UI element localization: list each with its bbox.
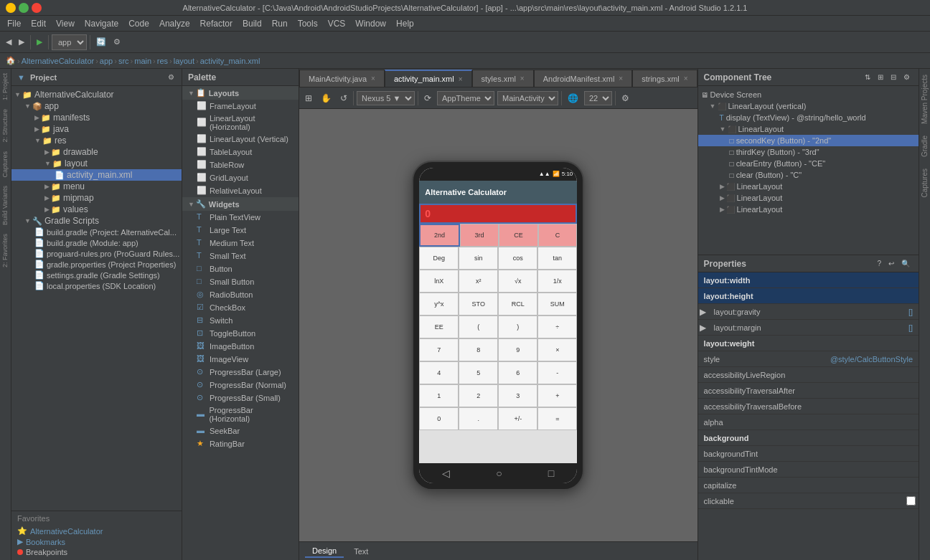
- maximize-button[interactable]: [19, 3, 29, 13]
- tree-activity-main[interactable]: 📄 activity_main.xml: [11, 169, 182, 181]
- api-dropdown[interactable]: 22: [584, 91, 612, 105]
- calc-btn-c[interactable]: C: [538, 224, 578, 247]
- menu-build[interactable]: Build: [238, 17, 266, 30]
- tab-mainactivity[interactable]: MainActivity.java ×: [299, 70, 385, 87]
- palette-medium-text[interactable]: T Medium Text: [182, 237, 299, 250]
- tab-styles[interactable]: styles.xml ×: [472, 70, 534, 87]
- prop-clickable-checkbox[interactable]: [906, 496, 916, 506]
- prop-accessibility-live[interactable]: accessibilityLiveRegion: [698, 367, 919, 383]
- palette-togglebutton[interactable]: ⊡ ToggleButton: [182, 327, 299, 340]
- prop-gravity-expand[interactable]: ▶: [698, 307, 708, 317]
- palette-widgets-header[interactable]: ▼ 🔧 Widgets: [182, 197, 299, 211]
- prop-layout-weight[interactable]: layout:weight: [698, 336, 919, 351]
- dt-pan[interactable]: ✋: [318, 92, 334, 105]
- menu-tools[interactable]: Tools: [293, 17, 322, 30]
- tab-activity-main[interactable]: activity_main.xml ×: [385, 70, 472, 87]
- nav-home[interactable]: ○: [496, 468, 502, 479]
- calc-btn-5[interactable]: 5: [459, 361, 498, 384]
- palette-linearlayout-h[interactable]: ⬜ LinearLayout (Horizontal): [182, 113, 299, 133]
- tab-design[interactable]: Design: [305, 545, 344, 558]
- tree-build-gradle-mod[interactable]: 📄 build.gradle (Module: app): [11, 237, 182, 248]
- palette-tablerow[interactable]: ⬜ TableRow: [182, 158, 299, 171]
- project-tab[interactable]: 1: Project: [0, 69, 11, 105]
- project-dropdown[interactable]: ▼: [17, 73, 25, 82]
- prop-clickable[interactable]: clickable: [698, 493, 919, 509]
- calc-btn-sto[interactable]: STO: [459, 293, 498, 315]
- calc-btn-2[interactable]: 2: [459, 384, 498, 407]
- calc-btn-2nd[interactable]: 2nd: [419, 224, 460, 247]
- calc-btn-add[interactable]: +: [537, 384, 577, 407]
- calc-btn-x2[interactable]: x²: [459, 270, 498, 293]
- close-button[interactable]: [32, 3, 42, 13]
- breadcrumb-app[interactable]: app: [100, 57, 113, 65]
- menu-refactor[interactable]: Refactor: [196, 17, 237, 30]
- palette-button[interactable]: □ Button: [182, 262, 299, 275]
- calc-btn-9[interactable]: 9: [498, 338, 537, 361]
- prop-alpha[interactable]: alpha: [698, 414, 919, 430]
- tree-res[interactable]: ▼ 📁 res: [11, 135, 182, 146]
- breadcrumb-file[interactable]: activity_main.xml: [200, 57, 260, 65]
- calc-btn-deg[interactable]: Deg: [419, 247, 459, 270]
- calc-btn-1[interactable]: 1: [419, 384, 459, 407]
- tree-gradle-properties[interactable]: 📄 gradle.properties (Project Properties): [11, 259, 182, 270]
- dt-rotate[interactable]: ⟳: [421, 92, 434, 105]
- menu-window[interactable]: Window: [351, 17, 390, 30]
- palette-layouts-header[interactable]: ▼ 📋 Layouts: [182, 86, 299, 100]
- palette-radiobutton[interactable]: ◎ RadioButton: [182, 288, 299, 301]
- prop-background[interactable]: background: [698, 430, 919, 446]
- calc-btn-yx[interactable]: y^x: [419, 293, 459, 315]
- prop-layout-gravity[interactable]: ▶ layout:gravity []: [698, 304, 919, 320]
- tree-proguard[interactable]: 📄 proguard-rules.pro (ProGuard Rules...: [11, 248, 182, 259]
- toolbar-sync[interactable]: 🔄: [93, 34, 109, 50]
- calc-btn-lparen[interactable]: (: [459, 315, 498, 338]
- menu-analyze[interactable]: Analyze: [155, 17, 194, 30]
- tree-build-gradle-proj[interactable]: 📄 build.gradle (Project: AlternativeCal.…: [11, 227, 182, 237]
- prop-backgroundtint[interactable]: backgroundTint: [698, 446, 919, 462]
- tree-drawable[interactable]: ▶ 📁 drawable: [11, 146, 182, 158]
- palette-imagebutton[interactable]: 🖼 ImageButton: [182, 340, 299, 353]
- calc-btn-dot[interactable]: .: [459, 407, 498, 430]
- calc-btn-3[interactable]: 3: [498, 384, 537, 407]
- breadcrumb-res[interactable]: res: [157, 57, 168, 65]
- palette-large-text[interactable]: T Large Text: [182, 224, 299, 237]
- calc-btn-tan[interactable]: tan: [537, 247, 577, 270]
- tab-strings[interactable]: strings.xml ×: [632, 70, 697, 87]
- prop-margin-expand[interactable]: ▶: [698, 323, 708, 333]
- calc-btn-sum[interactable]: SUM: [537, 293, 577, 315]
- tree-root[interactable]: ▼ 📁 AlternativeCalculator: [11, 89, 182, 100]
- activity-dropdown[interactable]: MainActivity: [497, 91, 558, 105]
- ct-display-textview[interactable]: T display (TextView) - @string/hello_wor…: [698, 112, 919, 123]
- palette-progressbar-large[interactable]: ⊙ ProgressBar (Large): [182, 366, 299, 379]
- toolbar-forward[interactable]: ▶: [16, 34, 27, 50]
- calc-btn-ce[interactable]: CE: [499, 224, 538, 247]
- tree-mipmap[interactable]: ▶ 📁 mipmap: [11, 192, 182, 204]
- tree-app[interactable]: ▼ 📦 app: [11, 100, 182, 112]
- palette-relativelayout[interactable]: ⬜ RelativeLayout: [182, 184, 299, 197]
- captures-tab[interactable]: Captures: [0, 147, 11, 182]
- breadcrumb-project[interactable]: AlternativeCalculator: [22, 57, 95, 65]
- menu-run[interactable]: Run: [268, 17, 292, 30]
- calc-btn-sin[interactable]: sin: [459, 247, 498, 270]
- props-help-btn[interactable]: ?: [874, 256, 884, 272]
- palette-linearlayout-v[interactable]: ⬜ LinearLayout (Vertical): [182, 133, 299, 146]
- app-dropdown[interactable]: app: [52, 34, 87, 50]
- prop-layout-height[interactable]: layout:height: [698, 288, 919, 304]
- menu-navigate[interactable]: Navigate: [80, 17, 123, 30]
- ct-linearlayout-5[interactable]: ▶ ⬛ LinearLayout: [698, 204, 919, 215]
- tree-java[interactable]: ▶ 📁 java: [11, 123, 182, 135]
- palette-plain-textview[interactable]: T Plain TextView: [182, 211, 299, 224]
- breadcrumb-main[interactable]: main: [134, 57, 151, 65]
- menu-code[interactable]: Code: [124, 17, 154, 30]
- tree-manifests[interactable]: ▶ 📁 manifests: [11, 112, 182, 123]
- tree-values[interactable]: ▶ 📁 values: [11, 204, 182, 215]
- calc-btn-rparen[interactable]: ): [498, 315, 537, 338]
- gradle-tab[interactable]: Gradle: [919, 130, 930, 163]
- tab-androidmanifest[interactable]: AndroidManifest.xml ×: [534, 70, 633, 87]
- palette-small-button[interactable]: □ Small Button: [182, 275, 299, 288]
- tab-androidmanifest-close[interactable]: ×: [619, 75, 623, 82]
- toolbar-back[interactable]: ◀: [3, 34, 14, 50]
- theme-dropdown[interactable]: AppTheme: [437, 91, 494, 105]
- nav-back[interactable]: ◁: [442, 468, 450, 479]
- dt-refresh[interactable]: ↺: [337, 92, 350, 105]
- dt-more[interactable]: ⚙: [619, 92, 632, 105]
